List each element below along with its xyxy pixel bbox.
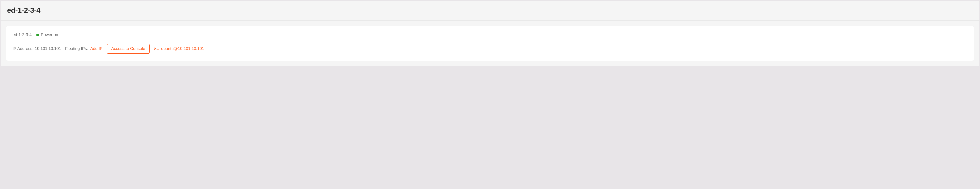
add-ip-link[interactable]: Add IP	[90, 46, 103, 51]
ssh-connection-group[interactable]: ubuntu@10.101.10.101	[154, 46, 204, 51]
content-area: ed-1-2-3-4 Power on IP Address: 10.101.1…	[1, 20, 979, 66]
instance-card: ed-1-2-3-4 Power on IP Address: 10.101.1…	[6, 26, 974, 61]
access-console-button[interactable]: Access to Console	[107, 44, 150, 54]
status-row: ed-1-2-3-4 Power on	[13, 33, 967, 37]
floating-ips-group: Floating IPs: Add IP	[65, 46, 103, 51]
status-group: Power on	[36, 33, 58, 37]
ip-address-value: 10.101.10.101	[35, 46, 61, 51]
status-dot-icon	[36, 34, 39, 36]
instance-name: ed-1-2-3-4	[13, 33, 32, 37]
ip-address-label: IP Address:	[13, 46, 33, 51]
page-container: ed-1-2-3-4 ed-1-2-3-4 Power on IP Addres…	[1, 1, 979, 66]
floating-ips-label: Floating IPs:	[65, 46, 88, 51]
terminal-icon	[154, 47, 159, 50]
ip-address-group: IP Address: 10.101.10.101	[13, 46, 61, 51]
page-title: ed-1-2-3-4	[7, 6, 973, 14]
info-row: IP Address: 10.101.10.101 Floating IPs: …	[13, 44, 967, 54]
status-label: Power on	[41, 33, 58, 37]
ssh-connection-string: ubuntu@10.101.10.101	[161, 46, 204, 51]
page-header: ed-1-2-3-4	[1, 1, 979, 20]
